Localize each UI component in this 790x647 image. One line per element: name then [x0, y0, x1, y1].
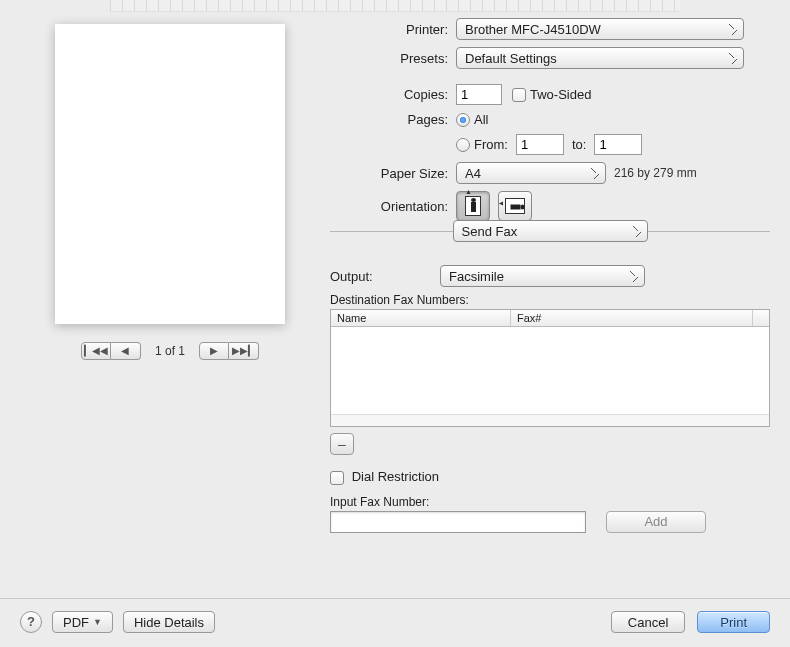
prev-page-button[interactable]: ◀	[111, 342, 141, 360]
table-body[interactable]	[331, 327, 769, 414]
pdf-button[interactable]: PDF▼	[52, 611, 113, 633]
presets-value: Default Settings	[465, 51, 557, 66]
presets-label: Presets:	[330, 51, 456, 66]
copies-label: Copies:	[330, 87, 456, 102]
col-end	[753, 310, 769, 326]
paper-size-select[interactable]: A4	[456, 162, 606, 184]
first-page-button[interactable]: ▎◀◀	[81, 342, 111, 360]
document-ruler	[110, 0, 680, 12]
table-footer	[331, 414, 769, 426]
chevron-down-icon: ▼	[93, 617, 102, 627]
orientation-landscape-button[interactable]	[498, 191, 532, 221]
printer-value: Brother MFC-J4510DW	[465, 22, 601, 37]
orientation-portrait-button[interactable]	[456, 191, 490, 221]
help-button[interactable]: ?	[20, 611, 42, 633]
cancel-button[interactable]: Cancel	[611, 611, 685, 633]
output-label: Output:	[330, 269, 440, 284]
dial-restriction-label: Dial Restriction	[352, 469, 439, 484]
minus-icon: –	[338, 436, 346, 452]
paper-size-value: A4	[465, 166, 481, 181]
hide-details-button[interactable]: Hide Details	[123, 611, 215, 633]
page-preview	[55, 24, 285, 324]
printer-label: Printer:	[330, 22, 456, 37]
output-select[interactable]: Facsimile	[440, 265, 645, 287]
dialog-footer: ? PDF▼ Hide Details Cancel Print	[0, 598, 790, 633]
pages-to-input[interactable]	[594, 134, 642, 155]
page-count-label: 1 of 1	[155, 344, 185, 358]
print-dialog: ▎◀◀ ◀ 1 of 1 ▶ ▶▶▎ Printer: Brother MFC-…	[0, 0, 790, 533]
two-sided-label: Two-Sided	[530, 87, 591, 102]
pages-label: Pages:	[330, 112, 456, 127]
add-button[interactable]: Add	[606, 511, 706, 533]
pages-range-radio[interactable]	[456, 138, 470, 152]
pane-select[interactable]: Send Fax	[453, 220, 648, 242]
col-name[interactable]: Name	[331, 310, 511, 326]
dial-restriction-checkbox[interactable]	[330, 471, 344, 485]
pane-divider: Send Fax	[330, 231, 770, 255]
orientation-label: Orientation:	[330, 199, 456, 214]
input-fax-label: Input Fax Number:	[330, 495, 770, 509]
pages-to-label: to:	[572, 137, 586, 152]
print-button[interactable]: Print	[697, 611, 770, 633]
next-page-button[interactable]: ▶	[199, 342, 229, 360]
table-header: Name Fax#	[331, 310, 769, 327]
presets-select[interactable]: Default Settings	[456, 47, 744, 69]
copies-input[interactable]	[456, 84, 502, 105]
fax-numbers-table[interactable]: Name Fax#	[330, 309, 770, 427]
pages-from-label: From:	[474, 137, 508, 152]
landscape-icon	[505, 198, 525, 214]
remove-entry-button[interactable]: –	[330, 433, 354, 455]
portrait-icon	[465, 196, 481, 216]
printer-select[interactable]: Brother MFC-J4510DW	[456, 18, 744, 40]
fax-number-input[interactable]	[330, 511, 586, 533]
pages-all-radio[interactable]	[456, 113, 470, 127]
pages-all-label: All	[474, 112, 488, 127]
last-page-button[interactable]: ▶▶▎	[229, 342, 259, 360]
pane-value: Send Fax	[462, 224, 518, 239]
dest-fax-label: Destination Fax Numbers:	[330, 293, 770, 307]
col-fax[interactable]: Fax#	[511, 310, 753, 326]
pages-from-input[interactable]	[516, 134, 564, 155]
help-icon: ?	[27, 614, 35, 629]
preview-pager: ▎◀◀ ◀ 1 of 1 ▶ ▶▶▎	[81, 342, 259, 360]
settings-column: Printer: Brother MFC-J4510DW Presets: De…	[320, 18, 770, 533]
preview-column: ▎◀◀ ◀ 1 of 1 ▶ ▶▶▎	[20, 18, 320, 360]
output-value: Facsimile	[449, 269, 504, 284]
paper-dimensions: 216 by 279 mm	[614, 166, 697, 180]
two-sided-checkbox[interactable]	[512, 88, 526, 102]
paper-size-label: Paper Size:	[330, 166, 456, 181]
